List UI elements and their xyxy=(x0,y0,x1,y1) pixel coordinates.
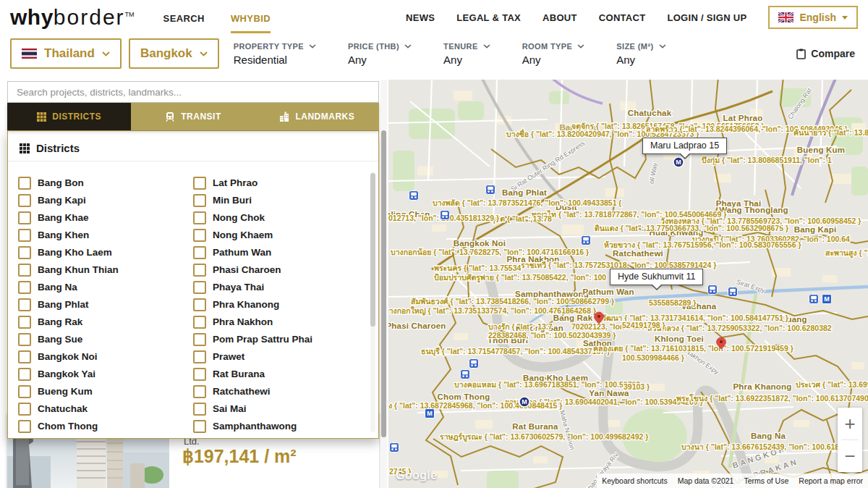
nav-search[interactable]: SEARCH xyxy=(163,1,205,33)
project-tooltip-hyde-sukhumvit[interactable]: Hyde Sukhumvit 11 xyxy=(610,269,703,285)
country-selector[interactable]: Thailand xyxy=(10,38,122,69)
search-input[interactable] xyxy=(8,87,378,98)
district-checkbox[interactable] xyxy=(18,246,31,259)
district-option[interactable]: Bang Rak xyxy=(18,315,183,329)
metro-sq-marker[interactable]: M xyxy=(425,409,435,418)
district-checkbox[interactable] xyxy=(193,229,206,242)
district-checkbox[interactable] xyxy=(193,177,206,190)
nav-news[interactable]: NEWS xyxy=(406,12,435,23)
district-option[interactable]: Phra Nakhon xyxy=(193,315,364,329)
panel-scrollbar-track[interactable] xyxy=(380,80,387,488)
train-marker[interactable] xyxy=(469,359,479,369)
district-checkbox[interactable] xyxy=(193,420,206,433)
district-checkbox[interactable] xyxy=(193,211,206,224)
district-option[interactable]: Bang Kho Laem xyxy=(18,245,183,259)
compare-button[interactable]: Compare xyxy=(796,48,855,59)
district-option[interactable]: Pom Prap Sattru Phai xyxy=(193,332,364,346)
keyboard-shortcuts-link[interactable]: Keyboard shortcuts xyxy=(597,474,672,488)
district-option[interactable]: Bang Sue xyxy=(18,332,183,346)
filter-room-type[interactable]: ROOM TYPE Any xyxy=(522,42,585,66)
filter-price[interactable]: PRICE (THB) Any xyxy=(348,42,412,66)
nav-legal-tax[interactable]: LEGAL & TAX xyxy=(456,12,521,23)
district-option[interactable]: Nong Chok xyxy=(193,211,364,224)
district-checkbox[interactable] xyxy=(18,229,31,242)
district-checkbox[interactable] xyxy=(18,316,31,329)
train-marker[interactable] xyxy=(809,295,819,304)
district-checkbox[interactable] xyxy=(18,281,31,294)
filter-size[interactable]: SIZE (M²) Any xyxy=(616,42,665,66)
terms-of-use-link[interactable]: Terms of Use xyxy=(739,474,793,488)
district-checkbox[interactable] xyxy=(18,385,31,398)
district-checkbox[interactable] xyxy=(193,298,206,311)
district-checkbox[interactable] xyxy=(18,177,31,190)
district-checkbox[interactable] xyxy=(193,281,206,294)
district-checkbox[interactable] xyxy=(193,350,206,363)
language-selector[interactable]: English xyxy=(768,6,858,29)
district-option[interactable]: Phasi Charoen xyxy=(193,263,364,277)
filter-tenure[interactable]: TENURE Any xyxy=(443,42,490,66)
district-option[interactable]: Bang Bon xyxy=(18,176,183,190)
district-option[interactable]: Pathum Wan xyxy=(193,245,364,259)
metro-marker[interactable]: M xyxy=(519,397,529,407)
district-option[interactable]: Bang Na xyxy=(18,280,183,294)
district-checkbox[interactable] xyxy=(193,316,206,329)
dropdown-scrollbar-thumb[interactable] xyxy=(370,173,375,327)
district-option[interactable]: Bangkok Noi xyxy=(18,350,183,363)
district-option[interactable]: Bang Khun Thian xyxy=(18,263,183,277)
district-checkbox[interactable] xyxy=(193,194,206,207)
district-checkbox[interactable] xyxy=(193,333,206,346)
district-option[interactable]: Nong Khaem xyxy=(193,228,364,242)
district-option[interactable]: Bueng Kum xyxy=(18,384,183,398)
city-selector[interactable]: Bangkok xyxy=(129,38,219,69)
tab-districts[interactable]: DISTRICTS xyxy=(7,103,131,130)
tab-transit[interactable]: TRANSIT xyxy=(131,103,255,130)
district-checkbox[interactable] xyxy=(193,246,206,259)
nav-whybid[interactable]: WHYBID xyxy=(231,1,271,33)
district-option[interactable]: Bang Khen xyxy=(18,228,183,242)
district-checkbox[interactable] xyxy=(18,194,31,207)
train-marker[interactable] xyxy=(441,211,450,220)
district-checkbox[interactable] xyxy=(18,264,31,277)
tab-landmarks[interactable]: LANDMARKS xyxy=(255,103,379,130)
zoom-in-button[interactable]: + xyxy=(838,408,862,439)
district-checkbox[interactable] xyxy=(18,350,31,363)
district-option[interactable]: Sai Mai xyxy=(193,402,364,416)
district-checkbox[interactable] xyxy=(18,420,31,433)
train-marker[interactable] xyxy=(582,236,591,245)
dropdown-scrollbar-track[interactable] xyxy=(370,172,375,432)
train-marker[interactable] xyxy=(409,191,419,201)
district-option[interactable]: Lat Phrao xyxy=(193,176,364,190)
district-checkbox[interactable] xyxy=(193,403,206,416)
nav-login-signup[interactable]: LOGIN / SIGN UP xyxy=(667,12,746,23)
district-checkbox[interactable] xyxy=(18,333,31,346)
whyborder-logo[interactable]: whyborderTM xyxy=(10,5,135,30)
district-option[interactable]: Bangkok Yai xyxy=(18,367,183,381)
district-checkbox[interactable] xyxy=(18,368,31,381)
zoom-out-button[interactable]: − xyxy=(838,440,862,472)
report-map-error-link[interactable]: Report a map error xyxy=(793,474,868,488)
district-option[interactable]: Chatuchak xyxy=(18,402,183,416)
district-option[interactable]: Bang Phlat xyxy=(18,298,183,311)
district-checkbox[interactable] xyxy=(193,385,206,398)
district-option[interactable]: Min Buri xyxy=(193,193,364,207)
district-option[interactable]: Bang Kapi xyxy=(18,193,183,207)
train-marker[interactable] xyxy=(728,287,738,297)
district-option[interactable]: Rat Burana xyxy=(193,367,364,381)
district-option[interactable]: Samphanthawong xyxy=(193,419,364,433)
district-option[interactable]: Phaya Thai xyxy=(193,280,364,294)
nav-contact[interactable]: CONTACT xyxy=(599,12,646,23)
district-option[interactable]: Bang Khae xyxy=(18,211,183,224)
metro-sq-marker[interactable]: M xyxy=(822,295,832,304)
district-option[interactable]: Phra Khanong xyxy=(193,298,364,311)
train-marker[interactable] xyxy=(461,370,470,379)
district-option[interactable]: Prawet xyxy=(193,350,364,363)
map-canvas[interactable]: ChatuchakLat PhraoBang SueBueng KumBang … xyxy=(388,80,868,488)
district-checkbox[interactable] xyxy=(18,211,31,224)
panel-scrollbar-thumb[interactable] xyxy=(381,130,386,437)
district-checkbox[interactable] xyxy=(18,298,31,311)
train-marker[interactable] xyxy=(390,443,399,453)
district-checkbox[interactable] xyxy=(18,403,31,416)
district-option[interactable]: Chom Thong xyxy=(18,419,183,433)
district-checkbox[interactable] xyxy=(193,264,206,277)
district-checkbox[interactable] xyxy=(193,368,206,381)
